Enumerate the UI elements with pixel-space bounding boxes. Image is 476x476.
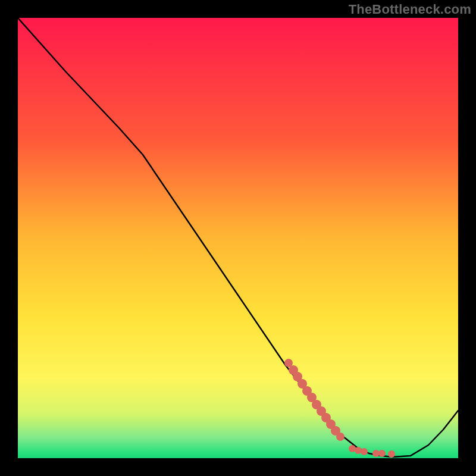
highlight-dot (361, 448, 368, 455)
chart-stage: TheBottleneck.com (0, 0, 476, 476)
watermark-text: TheBottleneck.com (349, 2, 471, 17)
highlight-dot (378, 450, 386, 457)
chart-svg (0, 0, 476, 476)
plot-background (18, 18, 458, 458)
highlight-dot (388, 450, 395, 458)
highlight-dot (336, 433, 345, 441)
highlight-dot (355, 447, 362, 454)
